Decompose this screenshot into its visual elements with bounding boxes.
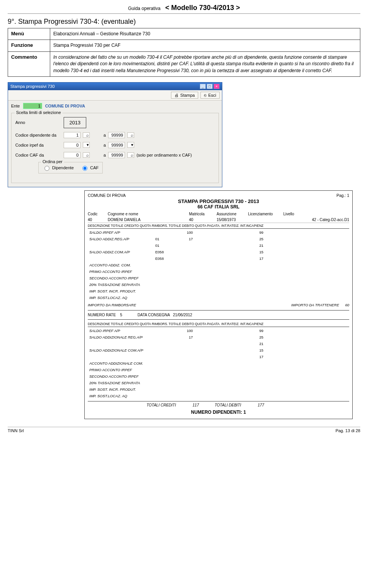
table-row: SALDO ADDIZIONALE REG.A/P1725 [89, 334, 348, 340]
table-row: IMP. SOST.LOCAZ. AQ [89, 393, 348, 399]
minimize-button[interactable]: _ [200, 84, 206, 89]
lookup-button[interactable]: ⌕ [83, 152, 90, 158]
menu-value: Elaborazioni Annuali – Gestione Risultan… [50, 28, 360, 40]
table-row: PRIMO ACCONTO IRPEF [89, 367, 348, 373]
table-row: 20% TASSAZIONE SEPARATA [89, 380, 348, 386]
trattenere-value: 60 [345, 303, 349, 307]
table-row: 21 [89, 341, 348, 347]
cod-irpef-a-input[interactable]: 99999 [108, 142, 125, 148]
cols-header-2: DESCRIZIONE TOTALE CREDITO QUOTA RIMBORS… [88, 321, 349, 327]
info-table: Menù Elaborazioni Annuali – Gestione Ris… [8, 28, 360, 77]
cod-irpef-da-input[interactable]: 0 [64, 142, 80, 148]
emp-matr: 40 [189, 218, 212, 222]
footer-right: Pag. 13 di 28 [335, 428, 360, 433]
radio-caf-label: CAF [90, 165, 99, 170]
caf-hint: (solo per ordinamento x CAF) [136, 153, 192, 157]
section-title: 9°. Stampa Progressivi 730-4: (eventuale… [8, 18, 360, 26]
table-row: SECONDO ACCONTO IRPEF [89, 373, 348, 379]
hdr-licenziamento: Licenziamento [248, 212, 279, 216]
spinner-button[interactable]: ▾ [127, 142, 134, 148]
exit-icon: ⎋ [204, 93, 207, 97]
spinner-button[interactable]: ▾ [83, 142, 90, 148]
report-title: STAMPA PROGRESSIVI 730 - 2013 [88, 198, 349, 204]
ordina-legend: Ordina per [41, 159, 64, 164]
commento-label: Commento [8, 51, 50, 76]
report-org: COMUNE DI PROVA [88, 193, 126, 198]
a-label: a [104, 143, 106, 147]
header-big: < Modello 730-4/2013 > [165, 4, 240, 12]
tot-debiti-value: 177 [241, 403, 264, 407]
ente-label: Ente [11, 104, 20, 108]
stampa-button[interactable]: 🖨 Stampa [171, 92, 198, 99]
consegna-label: DATA CONSEGNA [138, 313, 170, 317]
lookup-button[interactable]: ⌕ [127, 132, 134, 138]
divider [8, 13, 360, 14]
esci-label: Esci [208, 93, 216, 97]
ente-name: COMUNE DI PROVA [45, 104, 85, 108]
group-legend: Scelta limiti di selezione [15, 110, 62, 115]
printer-icon: 🖨 [174, 93, 179, 97]
footer-left: TINN Srl [8, 428, 24, 433]
cod-irpef-label: Codice irpef da [15, 143, 61, 147]
maximize-button[interactable]: □ [207, 84, 213, 89]
anno-label: Anno [15, 120, 61, 125]
header-small: Guida operativa [128, 6, 161, 11]
hdr-livello: Livello [283, 212, 349, 216]
table-row: IMP. SOST. INCR. PRODUT. [89, 288, 348, 294]
esci-button[interactable]: ⎋ Esci [200, 92, 220, 99]
stampa-label: Stampa [180, 93, 195, 97]
close-button[interactable]: × [214, 84, 220, 89]
tot-debiti-label: TOTALI DEBITI [199, 403, 241, 407]
table-row: ACCONTO ADDIZIONALE COM. [89, 360, 348, 366]
consegna-value: 21/06/2012 [173, 313, 192, 317]
tot-crediti-value: 117 [176, 403, 199, 407]
ente-input[interactable]: 1 [23, 103, 42, 109]
emp-ass: 15/08/1973 [217, 218, 243, 222]
report-rows-1: SALDO IRPEF A/P10099SALDO ADDIZ.REG.A/P0… [88, 229, 349, 301]
table-row: 20% TASSAZIONE SEPARATA [89, 282, 348, 287]
cod-caf-a-input[interactable]: 99999 [108, 152, 125, 158]
lookup-button[interactable]: ⌕ [127, 152, 134, 158]
cod-dip-da-input[interactable]: 1 [64, 132, 80, 138]
table-row: SALDO ADDIZ.REG.A/P011725 [89, 236, 348, 242]
report-subtitle: 66 CAF ITALIA SRL [88, 204, 349, 210]
table-row: 17 [89, 354, 348, 360]
rimborsare-label: IMPORTO DA RIMBORSARE [88, 303, 136, 307]
tot-crediti-label: TOTALI CREDITI [88, 403, 176, 407]
report-rows-2: SALDO IRPEF A/P10099SALDO ADDIZIONALE RE… [88, 327, 349, 400]
table-row: SALDO ADDIZIONALE COM.A/P15 [89, 347, 348, 353]
radio-dipendente-input[interactable] [44, 166, 49, 171]
trattenere-label: IMPORTO DA TRATTENERE [291, 303, 339, 307]
report-page: Pag.: 1 [337, 193, 349, 198]
table-row: PRIMO ACCONTO IRPEF [89, 269, 348, 274]
funzione-value: Stampa Progressivi 730 per CAF [50, 40, 360, 51]
hdr-cognome: Cognome e nome [108, 212, 184, 216]
a-label: a [104, 133, 106, 137]
radio-caf-input[interactable] [82, 166, 87, 171]
commento-value: In considerazione del fatto che su un mo… [50, 51, 360, 76]
cod-dip-a-input[interactable]: 99999 [108, 132, 125, 138]
cod-dip-label: Codice dipendente da [15, 133, 61, 137]
cod-caf-da-input[interactable]: 0 [64, 152, 80, 158]
window-title: Stampa progressivi 730 [10, 84, 55, 89]
table-row: ACCONTO ADDIZ. COM. [89, 262, 348, 268]
radio-caf[interactable]: CAF [80, 165, 99, 171]
dialog-window: Stampa progressivi 730 _ □ × 🖨 Stampa ⎋ … [8, 82, 222, 187]
funzione-label: Funzione [8, 40, 50, 51]
menu-label: Menù [8, 28, 50, 40]
table-row: SALDO IRPEF A/P10099 [89, 328, 348, 334]
radio-dipendente[interactable]: Dipendente [43, 165, 74, 171]
table-row: E05817 [89, 256, 348, 261]
report-preview: COMUNE DI PROVA Pag.: 1 STAMPA PROGRESSI… [84, 190, 353, 419]
table-row: SALDO IRPEF A/P10099 [89, 230, 348, 235]
table-row: 0121 [89, 243, 348, 248]
table-row: SALDO ADDIZ.COM.A/PE05815 [89, 249, 348, 255]
numero-dipendenti: NUMERO DIPENDENTI: 1 [88, 410, 349, 415]
hdr-matricola: Matricola [189, 212, 212, 216]
emp-codic: 40 [88, 218, 103, 222]
rate-value: 5 [120, 313, 122, 317]
table-row: SECONDO ACCONTO IRPEF [89, 275, 348, 281]
cols-header: DESCRIZIONE TOTALE CREDITO QUOTA RIMBORS… [88, 223, 349, 229]
hdr-codic: Codic [88, 212, 103, 216]
lookup-button[interactable]: ⌕ [83, 132, 90, 138]
